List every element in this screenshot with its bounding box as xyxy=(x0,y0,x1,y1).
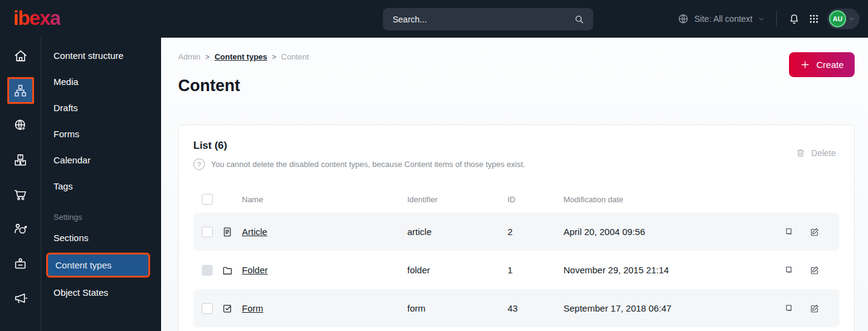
content-type-link[interactable]: Folder xyxy=(242,265,268,275)
copy-button[interactable] xyxy=(784,227,794,237)
cell-identifier: article xyxy=(407,227,508,237)
menu-item-tags[interactable]: Tags xyxy=(41,173,161,199)
menu-item-drafts[interactable]: Drafts xyxy=(41,95,161,121)
apps-grid-icon[interactable] xyxy=(808,13,819,24)
menu-item-sections[interactable]: Sections xyxy=(41,225,161,251)
cell-identifier: folder xyxy=(407,265,508,275)
breadcrumb-separator: > xyxy=(272,53,277,61)
cell-modified: September 17, 2018 06:47 xyxy=(563,303,784,313)
site-globe-cursor-icon xyxy=(13,118,28,133)
search-icon xyxy=(574,14,585,25)
cell-id: 1 xyxy=(508,265,563,275)
list-info-row: ? You cannot delete the disabled content… xyxy=(193,159,525,170)
sidebar-item-home[interactable] xyxy=(7,43,34,69)
home-icon xyxy=(13,48,29,64)
create-button-label: Create xyxy=(816,60,844,70)
table-row: Article article 2 April 20, 2004 09:56 xyxy=(193,213,839,251)
menu-item-media[interactable]: Media xyxy=(41,69,161,95)
site-context-selector[interactable]: Site: All context xyxy=(677,13,765,25)
edit-icon xyxy=(809,265,820,276)
globe-icon xyxy=(677,13,689,25)
sidebar-item-products[interactable] xyxy=(7,146,34,173)
edit-button[interactable] xyxy=(809,303,820,314)
content-types-table: Name Identifier ID Modification date Art… xyxy=(193,186,839,327)
menu-item-label: Calendar xyxy=(53,155,91,165)
column-header-modified: Modification date xyxy=(563,195,784,204)
top-bar: ibexa Site: All context A xyxy=(0,0,868,38)
delete-button-label: Delete xyxy=(811,148,836,158)
copy-button[interactable] xyxy=(784,265,794,276)
cell-id: 2 xyxy=(508,227,563,237)
main-content: Admin > Content types > Content Create C… xyxy=(161,38,868,331)
page-title: Content xyxy=(178,77,240,95)
row-checkbox[interactable] xyxy=(202,303,213,314)
person-target-icon xyxy=(13,222,28,237)
menu-item-label: Forms xyxy=(53,129,80,139)
ibexa-logo[interactable]: ibexa xyxy=(13,7,60,30)
sidebar-item-campaigns[interactable] xyxy=(7,285,34,312)
table-row: Folder folder 1 November 29, 2015 21:14 xyxy=(193,251,839,289)
help-icon: ? xyxy=(193,159,205,170)
edit-button[interactable] xyxy=(809,265,820,276)
menu-sidebar: Content structure Media Drafts Forms Cal… xyxy=(41,38,161,331)
chevron-down-icon xyxy=(757,15,765,23)
avatar: AU xyxy=(829,10,846,27)
menu-item-forms[interactable]: Forms xyxy=(41,121,161,147)
copy-icon xyxy=(784,265,794,276)
content-type-link[interactable]: Article xyxy=(242,227,267,237)
plus-icon xyxy=(800,60,810,70)
breadcrumb-current: Content xyxy=(281,52,309,61)
select-all-checkbox[interactable] xyxy=(202,194,213,205)
menu-item-label: Media xyxy=(53,77,78,87)
megaphone-icon xyxy=(13,291,28,306)
menu-item-content-types[interactable]: Content types xyxy=(46,253,150,278)
badge-icon xyxy=(13,256,28,271)
row-checkbox[interactable] xyxy=(202,227,213,237)
edit-icon xyxy=(809,227,820,237)
edit-icon xyxy=(809,303,820,314)
menu-item-label: Sections xyxy=(53,233,89,243)
icon-sidebar xyxy=(0,38,41,331)
copy-icon xyxy=(784,227,794,237)
cell-identifier: form xyxy=(407,303,508,313)
form-icon xyxy=(221,302,233,315)
user-menu[interactable]: AU xyxy=(827,9,859,29)
sidebar-item-site[interactable] xyxy=(7,112,34,138)
column-header-id: ID xyxy=(508,195,563,204)
table-header-row: Name Identifier ID Modification date xyxy=(193,186,839,213)
list-title: List (6) xyxy=(193,140,525,152)
menu-item-calendar[interactable]: Calendar xyxy=(41,147,161,173)
menu-item-label: Tags xyxy=(53,181,73,191)
menu-item-object-states[interactable]: Object States xyxy=(41,279,161,305)
copy-button[interactable] xyxy=(784,303,794,314)
article-icon xyxy=(221,226,233,238)
sidebar-item-personalization[interactable] xyxy=(7,216,34,242)
menu-item-label: Content structure xyxy=(53,50,123,61)
sidebar-item-commerce[interactable] xyxy=(7,181,34,208)
menu-item-content-structure[interactable]: Content structure xyxy=(41,43,161,69)
create-button[interactable]: Create xyxy=(789,52,855,77)
global-search[interactable] xyxy=(383,8,593,30)
shopping-cart-icon xyxy=(13,187,28,202)
topbar-divider xyxy=(776,11,777,27)
breadcrumb-separator: > xyxy=(205,53,210,61)
sidebar-item-content-structure[interactable] xyxy=(7,77,34,104)
trash-icon xyxy=(795,148,806,159)
breadcrumb-admin: Admin xyxy=(178,52,201,61)
sidebar-item-admin[interactable] xyxy=(7,250,34,277)
menu-item-label: Object States xyxy=(53,287,108,298)
search-input[interactable] xyxy=(391,14,574,25)
chevron-down-icon xyxy=(848,15,855,22)
packages-icon xyxy=(13,152,28,168)
edit-button[interactable] xyxy=(809,227,820,237)
delete-button[interactable]: Delete xyxy=(791,147,839,159)
content-tree-icon xyxy=(13,83,28,98)
cell-modified: November 29, 2015 21:14 xyxy=(563,265,784,275)
content-type-link[interactable]: Form xyxy=(242,303,263,313)
topbar-right-cluster: Site: All context AU xyxy=(677,0,859,38)
table-row: Form form 43 September 17, 2018 06:47 xyxy=(193,289,839,327)
breadcrumb-content-types-link[interactable]: Content types xyxy=(215,52,267,61)
row-checkbox-disabled xyxy=(202,265,213,276)
notifications-bell-icon[interactable] xyxy=(788,13,801,26)
content-types-list-card: List (6) ? You cannot delete the disable… xyxy=(178,125,855,331)
